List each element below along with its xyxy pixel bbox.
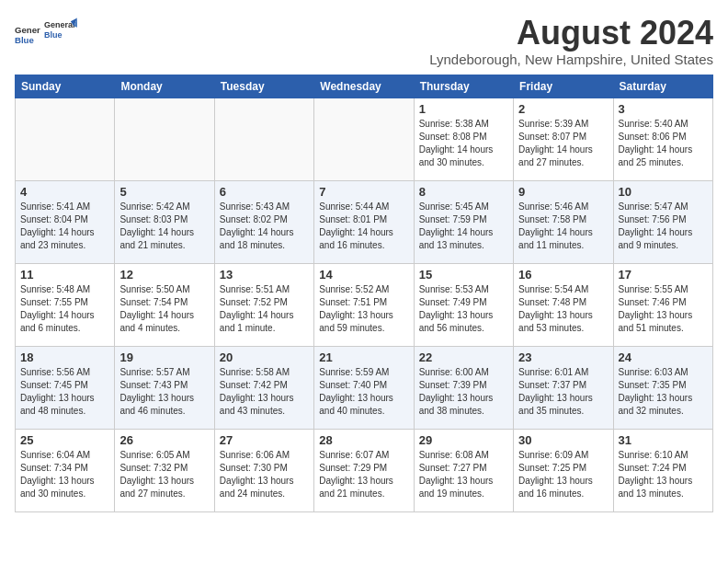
day-info: Sunrise: 6:01 AMSunset: 7:37 PMDaylight:… bbox=[518, 366, 608, 418]
day-info: Sunrise: 5:48 AMSunset: 7:55 PMDaylight:… bbox=[20, 283, 109, 335]
calendar-week-row: 18Sunrise: 5:56 AMSunset: 7:45 PMDayligh… bbox=[16, 346, 713, 429]
logo-icon: General Blue bbox=[15, 20, 40, 46]
day-info: Sunrise: 5:57 AMSunset: 7:43 PMDaylight:… bbox=[119, 366, 209, 418]
calendar-day-cell: 9Sunrise: 5:46 AMSunset: 7:58 PMDaylight… bbox=[514, 180, 613, 263]
calendar-day-cell: 28Sunrise: 6:07 AMSunset: 7:29 PMDayligh… bbox=[314, 429, 414, 511]
day-number: 20 bbox=[220, 350, 309, 364]
svg-text:Blue: Blue bbox=[15, 35, 34, 45]
day-number: 13 bbox=[220, 268, 309, 282]
calendar-day-cell: 3Sunrise: 5:40 AMSunset: 8:06 PMDaylight… bbox=[613, 98, 712, 180]
day-info: Sunrise: 5:41 AMSunset: 8:04 PMDaylight:… bbox=[20, 201, 109, 252]
calendar-week-row: 4Sunrise: 5:41 AMSunset: 8:04 PMDaylight… bbox=[16, 180, 713, 263]
weekday-header-thursday: Thursday bbox=[414, 75, 513, 98]
calendar-day-cell: 21Sunrise: 5:59 AMSunset: 7:40 PMDayligh… bbox=[314, 346, 414, 429]
calendar-day-cell: 8Sunrise: 5:45 AMSunset: 7:59 PMDaylight… bbox=[414, 180, 513, 263]
svg-text:Blue: Blue bbox=[44, 30, 63, 40]
day-number: 2 bbox=[518, 102, 608, 116]
day-number: 6 bbox=[220, 185, 309, 199]
calendar-day-cell: 11Sunrise: 5:48 AMSunset: 7:55 PMDayligh… bbox=[16, 263, 115, 346]
day-info: Sunrise: 5:56 AMSunset: 7:45 PMDaylight:… bbox=[20, 366, 109, 418]
title-area: August 2024 Lyndeborough, New Hampshire,… bbox=[429, 15, 713, 67]
calendar-day-cell: 24Sunrise: 6:03 AMSunset: 7:35 PMDayligh… bbox=[613, 346, 712, 429]
day-number: 9 bbox=[518, 185, 608, 199]
day-info: Sunrise: 5:55 AMSunset: 7:46 PMDaylight:… bbox=[619, 283, 708, 335]
day-number: 27 bbox=[220, 433, 309, 447]
day-info: Sunrise: 5:44 AMSunset: 8:01 PMDaylight:… bbox=[319, 201, 408, 252]
calendar-day-cell: 6Sunrise: 5:43 AMSunset: 8:02 PMDaylight… bbox=[214, 180, 313, 263]
logo-bird-icon: General Blue bbox=[44, 15, 77, 48]
day-number: 22 bbox=[419, 350, 508, 364]
calendar-day-cell: 4Sunrise: 5:41 AMSunset: 8:04 PMDaylight… bbox=[16, 180, 115, 263]
calendar-week-row: 25Sunrise: 6:04 AMSunset: 7:34 PMDayligh… bbox=[16, 429, 713, 511]
calendar-day-cell: 10Sunrise: 5:47 AMSunset: 7:56 PMDayligh… bbox=[613, 180, 712, 263]
day-number: 14 bbox=[319, 268, 408, 282]
calendar-day-cell: 19Sunrise: 5:57 AMSunset: 7:43 PMDayligh… bbox=[115, 346, 214, 429]
day-number: 11 bbox=[20, 268, 109, 282]
day-info: Sunrise: 5:47 AMSunset: 7:56 PMDaylight:… bbox=[619, 201, 708, 252]
day-info: Sunrise: 6:06 AMSunset: 7:30 PMDaylight:… bbox=[220, 449, 309, 500]
day-info: Sunrise: 5:58 AMSunset: 7:42 PMDaylight:… bbox=[220, 366, 309, 418]
weekday-header-tuesday: Tuesday bbox=[214, 75, 313, 98]
calendar-day-cell: 7Sunrise: 5:44 AMSunset: 8:01 PMDaylight… bbox=[314, 180, 414, 263]
day-number: 1 bbox=[419, 102, 508, 116]
day-number: 5 bbox=[119, 185, 209, 199]
svg-text:General: General bbox=[44, 20, 75, 29]
day-info: Sunrise: 6:03 AMSunset: 7:35 PMDaylight:… bbox=[619, 366, 708, 418]
calendar-header-row: SundayMondayTuesdayWednesdayThursdayFrid… bbox=[16, 75, 713, 98]
weekday-header-monday: Monday bbox=[115, 75, 214, 98]
calendar-day-cell: 14Sunrise: 5:52 AMSunset: 7:51 PMDayligh… bbox=[314, 263, 414, 346]
calendar-week-row: 11Sunrise: 5:48 AMSunset: 7:55 PMDayligh… bbox=[16, 263, 713, 346]
calendar-day-cell: 31Sunrise: 6:10 AMSunset: 7:24 PMDayligh… bbox=[613, 429, 712, 511]
svg-text:General: General bbox=[15, 25, 40, 35]
calendar-table: SundayMondayTuesdayWednesdayThursdayFrid… bbox=[15, 75, 713, 512]
day-number: 23 bbox=[518, 350, 608, 364]
day-info: Sunrise: 5:43 AMSunset: 8:02 PMDaylight:… bbox=[220, 201, 309, 252]
calendar-day-cell: 17Sunrise: 5:55 AMSunset: 7:46 PMDayligh… bbox=[613, 263, 712, 346]
day-number: 26 bbox=[119, 433, 209, 447]
weekday-header-wednesday: Wednesday bbox=[314, 75, 414, 98]
day-number: 7 bbox=[319, 185, 408, 199]
weekday-header-friday: Friday bbox=[514, 75, 613, 98]
day-info: Sunrise: 6:00 AMSunset: 7:39 PMDaylight:… bbox=[419, 366, 508, 418]
day-info: Sunrise: 5:59 AMSunset: 7:40 PMDaylight:… bbox=[319, 366, 408, 418]
day-info: Sunrise: 5:40 AMSunset: 8:06 PMDaylight:… bbox=[619, 118, 708, 169]
calendar-day-cell: 18Sunrise: 5:56 AMSunset: 7:45 PMDayligh… bbox=[16, 346, 115, 429]
calendar-day-cell: 22Sunrise: 6:00 AMSunset: 7:39 PMDayligh… bbox=[414, 346, 513, 429]
day-number: 24 bbox=[619, 350, 708, 364]
calendar-day-cell: 23Sunrise: 6:01 AMSunset: 7:37 PMDayligh… bbox=[514, 346, 613, 429]
day-number: 30 bbox=[518, 433, 608, 447]
day-number: 28 bbox=[319, 433, 408, 447]
day-info: Sunrise: 6:04 AMSunset: 7:34 PMDaylight:… bbox=[20, 449, 109, 500]
day-info: Sunrise: 5:54 AMSunset: 7:48 PMDaylight:… bbox=[518, 283, 608, 335]
day-info: Sunrise: 5:53 AMSunset: 7:49 PMDaylight:… bbox=[419, 283, 508, 335]
calendar-day-cell: 12Sunrise: 5:50 AMSunset: 7:54 PMDayligh… bbox=[115, 263, 214, 346]
calendar-day-cell: 13Sunrise: 5:51 AMSunset: 7:52 PMDayligh… bbox=[214, 263, 313, 346]
calendar-day-cell: 29Sunrise: 6:08 AMSunset: 7:27 PMDayligh… bbox=[414, 429, 513, 511]
day-info: Sunrise: 6:08 AMSunset: 7:27 PMDaylight:… bbox=[419, 449, 508, 500]
day-info: Sunrise: 6:10 AMSunset: 7:24 PMDaylight:… bbox=[619, 449, 708, 500]
day-number: 16 bbox=[518, 268, 608, 282]
calendar-day-cell bbox=[16, 98, 115, 180]
page-header: General Blue General Blue August 2024 Ly… bbox=[15, 15, 713, 67]
day-number: 12 bbox=[119, 268, 209, 282]
day-info: Sunrise: 5:39 AMSunset: 8:07 PMDaylight:… bbox=[518, 118, 608, 169]
day-info: Sunrise: 5:50 AMSunset: 7:54 PMDaylight:… bbox=[119, 283, 209, 335]
day-info: Sunrise: 5:38 AMSunset: 8:08 PMDaylight:… bbox=[419, 118, 508, 169]
day-number: 18 bbox=[20, 350, 109, 364]
day-info: Sunrise: 5:45 AMSunset: 7:59 PMDaylight:… bbox=[419, 201, 508, 252]
calendar-day-cell: 25Sunrise: 6:04 AMSunset: 7:34 PMDayligh… bbox=[16, 429, 115, 511]
month-year-title: August 2024 bbox=[429, 15, 713, 52]
day-info: Sunrise: 6:05 AMSunset: 7:32 PMDaylight:… bbox=[119, 449, 209, 500]
day-number: 8 bbox=[419, 185, 508, 199]
calendar-day-cell: 5Sunrise: 5:42 AMSunset: 8:03 PMDaylight… bbox=[115, 180, 214, 263]
day-number: 10 bbox=[619, 185, 708, 199]
day-number: 25 bbox=[20, 433, 109, 447]
weekday-header-saturday: Saturday bbox=[613, 75, 712, 98]
location-subtitle: Lyndeborough, New Hampshire, United Stat… bbox=[429, 52, 713, 67]
day-info: Sunrise: 5:42 AMSunset: 8:03 PMDaylight:… bbox=[119, 201, 209, 252]
day-info: Sunrise: 5:46 AMSunset: 7:58 PMDaylight:… bbox=[518, 201, 608, 252]
calendar-day-cell: 15Sunrise: 5:53 AMSunset: 7:49 PMDayligh… bbox=[414, 263, 513, 346]
day-number: 21 bbox=[319, 350, 408, 364]
calendar-day-cell: 27Sunrise: 6:06 AMSunset: 7:30 PMDayligh… bbox=[214, 429, 313, 511]
calendar-day-cell: 1Sunrise: 5:38 AMSunset: 8:08 PMDaylight… bbox=[414, 98, 513, 180]
